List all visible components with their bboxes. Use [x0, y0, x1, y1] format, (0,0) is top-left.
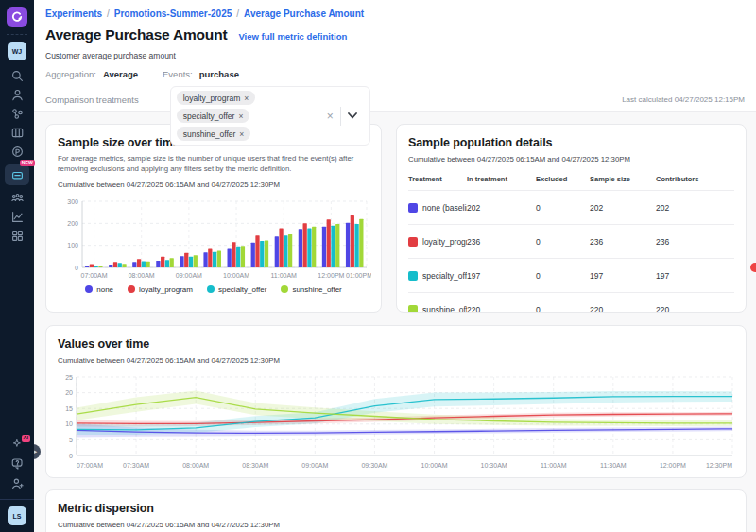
table-cell: 236 — [467, 237, 536, 247]
bar-chart-legend: noneloyalty_programspecialty_offersunshi… — [58, 285, 369, 294]
legend-item[interactable]: specialty_offer — [207, 285, 266, 294]
sidebar-nav: NEW — [5, 68, 29, 244]
table-header-cell: Sample size — [590, 175, 656, 183]
columns-icon[interactable] — [6, 125, 28, 141]
svg-text:100: 100 — [67, 242, 78, 249]
table-cell: 197 — [656, 271, 734, 281]
svg-text:12:30PM: 12:30PM — [706, 462, 732, 469]
svg-text:12:00PM: 12:00PM — [660, 462, 686, 469]
treatments-multiselect[interactable]: loyalty_program×specialty_offer×sunshine… — [170, 86, 370, 146]
chip-remove-icon[interactable]: × — [244, 94, 249, 103]
new-badge: NEW — [20, 160, 35, 166]
last-calculated: Last calculated 04/27/2025 12:15PM — [622, 95, 745, 104]
breadcrumb-link[interactable]: Experiments — [45, 9, 102, 19]
legend-item[interactable]: loyalty_program — [128, 285, 193, 294]
metrics-icon-selected[interactable]: NEW — [5, 164, 29, 185]
segments-icon[interactable] — [6, 106, 28, 122]
population-icon[interactable] — [6, 190, 28, 206]
treatment-chip[interactable]: sunshine_offer× — [177, 127, 251, 141]
svg-text:5: 5 — [69, 437, 73, 443]
table-cell: 0 — [536, 203, 590, 213]
statsig-logo[interactable] — [7, 7, 27, 27]
app-window: WJ NEW — [0, 0, 756, 532]
svg-text:20: 20 — [65, 389, 73, 396]
aggregation-value: Average — [103, 69, 138, 79]
legend-dot — [128, 285, 135, 293]
invite-user-icon[interactable] — [6, 475, 28, 491]
treatment-cell: loyalty_program — [408, 237, 467, 247]
table-header-cell: In treatment — [467, 175, 536, 183]
search-icon[interactable] — [6, 68, 28, 84]
treatment-cell: none (baseline) — [408, 203, 467, 213]
user-avatar[interactable]: LS — [8, 506, 26, 525]
treatment-chips: loyalty_program×specialty_offer×sunshine… — [177, 91, 320, 141]
table-row: none (baseline)2020202202 — [408, 190, 734, 224]
treatment-swatch — [408, 305, 418, 314]
svg-text:0: 0 — [69, 453, 73, 459]
table-cell: 236 — [656, 237, 734, 247]
svg-text:10:30AM: 10:30AM — [481, 462, 507, 469]
help-chat-icon[interactable] — [6, 455, 28, 472]
legend-item[interactable]: none — [85, 285, 113, 294]
table-row: sunshine_offer2200220220 — [408, 292, 734, 313]
legend-item[interactable]: sunshine_offer — [281, 285, 341, 294]
legend-label: loyalty_program — [139, 285, 193, 294]
dispersion-title: Metric dispersion — [58, 502, 734, 515]
svg-text:07:00AM: 07:00AM — [77, 462, 103, 469]
treatment-name: specialty_offer — [422, 271, 467, 281]
breadcrumb-link[interactable]: Average Purchase Amount — [244, 9, 364, 19]
edge-marker[interactable] — [750, 263, 756, 272]
table-row: specialty_offer1970197197 — [408, 258, 734, 292]
chip-label: loyalty_program — [183, 94, 240, 103]
breadcrumb-link[interactable]: Promotions-Summer-2025 — [114, 9, 232, 19]
grid-icon[interactable] — [6, 228, 28, 244]
table-cell: 220 — [467, 305, 536, 314]
svg-text:11:00AM: 11:00AM — [270, 272, 297, 279]
view-metric-definition-link[interactable]: View full metric definition — [238, 31, 347, 42]
ai-assistant-icon[interactable]: AI — [6, 435, 28, 452]
values-title: Values over time — [58, 337, 734, 351]
aggregation-label: Aggregation: — [45, 69, 96, 79]
workspace-avatar[interactable]: WJ — [8, 42, 26, 60]
table-header-cell: Contributors — [656, 175, 734, 183]
table-header-cell: Excluded — [536, 175, 590, 183]
chevron-down-icon[interactable] — [341, 112, 364, 119]
table-cell: 236 — [590, 237, 656, 247]
table-cell: 202 — [467, 203, 536, 213]
svg-text:10:00AM: 10:00AM — [223, 272, 249, 279]
chip-remove-icon[interactable]: × — [238, 112, 243, 121]
sidebar: WJ NEW — [0, 0, 34, 532]
sample-size-bar-chart[interactable]: 010020030007:00AM08:00AM09:00AM10:00AM11… — [58, 194, 371, 283]
treatment-chip[interactable]: loyalty_program× — [177, 91, 255, 105]
svg-text:07:00AM: 07:00AM — [81, 272, 108, 279]
events-value: purchase — [199, 69, 239, 79]
population-card: Sample population details Cumulative bet… — [396, 124, 747, 313]
table-cell: 197 — [590, 271, 656, 281]
treatment-name: sunshine_offer — [422, 305, 467, 314]
chip-label: specialty_offer — [183, 112, 235, 121]
user-avatar-wrap: LS — [0, 499, 34, 525]
user-icon[interactable] — [6, 87, 28, 103]
svg-text:09:00AM: 09:00AM — [301, 462, 328, 469]
treatment-swatch — [408, 203, 418, 213]
metric-subtitle: Customer average purchase amount — [45, 51, 743, 60]
table-cell: 197 — [467, 271, 536, 281]
svg-text:11:00AM: 11:00AM — [541, 462, 567, 469]
line-chart-icon[interactable] — [6, 209, 28, 225]
treatment-name: none (baseline) — [422, 203, 467, 213]
values-line-chart[interactable]: 051015202507:00AM07:30AM08:00AM08:30AM09… — [58, 372, 740, 472]
treatment-chip[interactable]: specialty_offer× — [177, 109, 250, 123]
content-area: Sample size over time For average metric… — [34, 112, 756, 532]
sidebar-divider — [7, 34, 27, 35]
svg-text:08:00AM: 08:00AM — [182, 462, 209, 469]
treatment-swatch — [408, 237, 418, 247]
table-cell: 220 — [656, 305, 734, 314]
svg-text:10: 10 — [65, 420, 73, 427]
table-row: loyalty_program2360236236 — [408, 224, 734, 258]
treatment-swatch — [408, 271, 418, 281]
table-cell: 0 — [536, 305, 590, 314]
breadcrumb-separator: / — [107, 9, 110, 19]
chip-remove-icon[interactable]: × — [239, 129, 244, 139]
pulse-icon[interactable] — [6, 144, 28, 160]
clear-all-icon[interactable]: × — [320, 110, 340, 123]
